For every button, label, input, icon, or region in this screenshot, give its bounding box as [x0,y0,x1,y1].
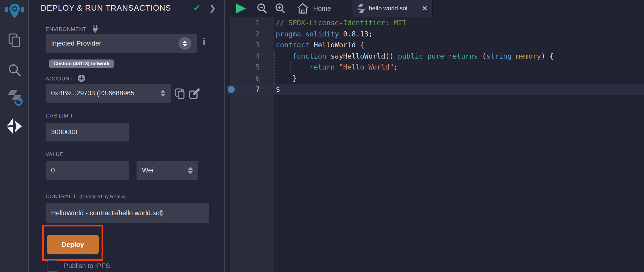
code-line: 2pragma solidity 0.8.13; [226,29,644,40]
value-label: VALUE [46,151,64,158]
line-number[interactable]: 3 [226,39,260,51]
code-line: 3contract HelloWorld { [226,39,644,51]
icon-sidebar [0,0,29,272]
deploy-run-panel: DEPLOY & RUN TRANSACTIONS ✓ ❯ ENVIRONMEN… [29,0,225,272]
deploy-run-icon[interactable] [0,118,29,135]
code-line: 5 return "Hello World"; [226,62,644,73]
breakpoint-dot[interactable] [228,86,235,93]
network-badge: Custom (43113) network [49,59,114,68]
edit-account-icon[interactable] [189,88,200,101]
code-area[interactable]: 1// SPDX-License-Identifier: MIT2pragma … [226,17,644,272]
code-line: 6 } [226,73,644,84]
line-number[interactable]: 2 [226,29,260,40]
tab-home[interactable]: Home [293,0,335,17]
code-line: 7$ [226,84,644,95]
line-number[interactable]: 4 [226,51,260,62]
line-number[interactable]: 1 [226,17,260,29]
editor-tab-bar: Home hello world.sol ✕ [226,0,644,17]
contract-select-arrows-icon [159,210,164,216]
run-script-button[interactable] [235,0,247,17]
code-line: 1// SPDX-License-Identifier: MIT [226,17,644,29]
deploy-button[interactable]: Deploy [47,235,99,254]
publish-ipfs-label: Publish to IPFS [64,262,110,270]
code-line: 4 function sayHelloWorld() public pure r… [226,51,644,62]
remix-logo-icon[interactable] [0,2,29,20]
gas-limit-input[interactable]: 3000000 [46,123,129,141]
value-unit-arrows-icon [188,167,193,174]
code-lines: 1// SPDX-License-Identifier: MIT2pragma … [226,17,644,95]
value-unit-select[interactable]: Wei [137,161,198,180]
close-tab-icon[interactable]: ✕ [422,5,428,12]
copy-account-icon[interactable] [175,88,186,101]
plug-icon [91,25,99,33]
line-number[interactable]: 5 [226,62,260,73]
zoom-out-icon[interactable] [256,0,268,17]
environment-select-arrows-icon [178,37,191,50]
account-label: ACCOUNT [46,74,85,82]
contract-select[interactable]: HelloWorld - contracts/hello world.sol [46,203,209,223]
publish-ipfs-checkbox[interactable] [47,260,58,272]
compiled-check-icon: ✓ [193,2,201,13]
publish-to-ipfs-row: Publish to IPFS [47,260,110,272]
zoom-in-icon[interactable] [274,0,286,17]
tab-hello-world-sol[interactable]: hello world.sol ✕ [352,0,433,17]
gas-limit-label: GAS LIMIT [46,113,73,119]
home-icon [297,3,309,14]
solidity-file-icon [357,4,365,13]
account-select-arrows-icon [161,90,165,97]
value-input[interactable]: 0 [46,161,129,180]
environment-label: ENVIRONMENT [46,25,99,33]
search-icon[interactable] [0,63,29,77]
contract-label: CONTRACT (Compiled by Remix) [46,194,126,200]
line-number[interactable]: 6 [226,73,260,84]
code-editor: Home hello world.sol ✕ 1// SPDX-License-… [226,0,644,272]
solidity-compiler-icon[interactable] [0,89,29,107]
add-account-icon[interactable] [78,74,85,82]
page-title: DEPLOY & RUN TRANSACTIONS [41,3,171,13]
account-select[interactable]: 0xBB9...29733 (23.6688965 [46,84,171,103]
panel-expand-chevron-icon[interactable]: ❯ [209,4,216,12]
file-explorer-icon[interactable] [0,33,29,48]
environment-info-icon[interactable]: i [203,36,205,47]
environment-select[interactable]: Injected Provider [46,34,197,53]
